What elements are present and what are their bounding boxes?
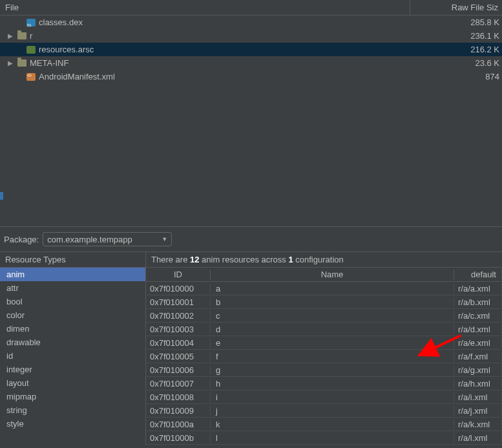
resource-summary: There are 12 anim resources across 1 con… xyxy=(146,252,502,268)
col-name[interactable]: Name xyxy=(211,270,454,279)
cell-name: b xyxy=(211,297,454,307)
resource-row[interactable]: 0x7f01000blr/a/l.xml xyxy=(146,431,502,445)
type-row-color[interactable]: color xyxy=(0,308,145,322)
header-file[interactable]: File xyxy=(0,0,410,15)
cell-id: 0x7f01000b xyxy=(146,433,211,443)
cell-id: 0x7f010004 xyxy=(146,338,211,348)
package-bar: Package: com.example.tempapp ▼ xyxy=(0,227,502,251)
dex-icon xyxy=(26,19,36,27)
resource-row[interactable]: 0x7f010008ir/a/i.xml xyxy=(146,390,502,404)
tree-row[interactable]: ▶META-INF23.6 K xyxy=(0,56,502,70)
resource-row[interactable]: 0x7f010002cr/a/c.xml xyxy=(146,309,502,323)
type-row-string[interactable]: string xyxy=(0,403,145,417)
xml-icon xyxy=(26,73,36,81)
cell-id: 0x7f010000 xyxy=(146,284,211,293)
file-tree-header: File Raw File Siz xyxy=(0,0,502,16)
type-row-attr[interactable]: attr xyxy=(0,281,145,295)
resource-types-header: Resource Types xyxy=(0,252,145,268)
expand-arrow-icon[interactable]: ▶ xyxy=(6,32,14,39)
type-row-layout[interactable]: layout xyxy=(0,376,145,390)
file-tree[interactable]: classes.dex285.8 K▶r236.1 Kresources.ars… xyxy=(0,16,502,226)
tree-row[interactable]: AndroidManifest.xml874 xyxy=(0,70,502,83)
tree-size: 874 xyxy=(412,72,502,81)
cell-default: r/a/a.xml xyxy=(454,284,502,293)
expand-arrow-icon[interactable]: ▶ xyxy=(6,59,14,67)
tree-size: 285.8 K xyxy=(412,17,502,27)
cell-default: r/a/d.xml xyxy=(454,325,502,334)
tree-label: AndroidManifest.xml xyxy=(39,72,412,81)
cell-id: 0x7f010008 xyxy=(146,392,211,402)
cell-name: a xyxy=(211,284,454,293)
cell-id: 0x7f01000a xyxy=(146,420,211,429)
resource-row[interactable]: 0x7f010005fr/a/f.xml xyxy=(146,350,502,363)
tree-row[interactable]: classes.dex285.8 K xyxy=(0,16,502,29)
cell-id: 0x7f010003 xyxy=(146,325,211,334)
cell-id: 0x7f010001 xyxy=(146,297,211,307)
cell-name: g xyxy=(211,365,454,375)
type-row-id[interactable]: id xyxy=(0,349,145,363)
type-row-style[interactable]: style xyxy=(0,417,145,431)
tree-label: r xyxy=(30,31,412,41)
cell-default: r/a/c.xml xyxy=(454,311,502,321)
resource-table-header: ID Name default xyxy=(146,268,502,282)
cell-id: 0x7f010007 xyxy=(146,379,211,389)
chevron-down-icon: ▼ xyxy=(162,236,167,242)
cell-name: h xyxy=(211,379,454,389)
package-select[interactable]: com.example.tempapp ▼ xyxy=(43,232,172,246)
resource-row[interactable]: 0x7f010001br/a/b.xml xyxy=(146,295,502,309)
cell-default: r/a/f.xml xyxy=(454,352,502,361)
resource-types-panel: Resource Types animattrboolcolordimendra… xyxy=(0,252,146,445)
tree-row[interactable]: resources.arsc216.2 K xyxy=(0,43,502,56)
cell-default: r/a/b.xml xyxy=(454,297,502,307)
tree-label: resources.arsc xyxy=(39,45,412,54)
col-id[interactable]: ID xyxy=(146,270,211,279)
cell-default: r/a/i.xml xyxy=(454,392,502,402)
resource-row[interactable]: 0x7f010009jr/a/j.xml xyxy=(146,404,502,418)
cell-name: l xyxy=(211,433,454,443)
arsc-icon xyxy=(26,46,36,54)
type-row-anim[interactable]: anim xyxy=(0,268,145,281)
cell-name: c xyxy=(211,311,454,321)
type-row-integer[interactable]: integer xyxy=(0,363,145,376)
cell-id: 0x7f010002 xyxy=(146,311,211,321)
cell-name: d xyxy=(211,325,454,334)
col-default[interactable]: default xyxy=(454,270,502,279)
type-row-drawable[interactable]: drawable xyxy=(0,336,145,349)
tree-row[interactable]: ▶r236.1 K xyxy=(0,29,502,43)
folder-icon xyxy=(17,59,27,67)
tree-label: META-INF xyxy=(30,58,412,68)
cell-name: i xyxy=(211,392,454,402)
package-label: Package: xyxy=(4,235,39,244)
resource-types-list[interactable]: animattrboolcolordimendrawableidintegerl… xyxy=(0,268,145,431)
resource-row[interactable]: 0x7f010004er/a/e.xml xyxy=(146,336,502,350)
cell-id: 0x7f010006 xyxy=(146,365,211,375)
folder-icon xyxy=(17,32,27,39)
tree-size: 23.6 K xyxy=(412,58,502,68)
cell-id: 0x7f010009 xyxy=(146,406,211,416)
tree-label: classes.dex xyxy=(39,17,412,27)
file-tree-panel: File Raw File Siz classes.dex285.8 K▶r23… xyxy=(0,0,502,226)
cell-name: e xyxy=(211,338,454,348)
package-value: com.example.tempapp xyxy=(47,235,132,244)
cell-name: j xyxy=(211,406,454,416)
resource-panel: Package: com.example.tempapp ▼ Resource … xyxy=(0,226,502,445)
cell-default: r/a/g.xml xyxy=(454,365,502,375)
cell-default: r/a/h.xml xyxy=(454,379,502,389)
type-row-bool[interactable]: bool xyxy=(0,295,145,308)
resource-row[interactable]: 0x7f010003dr/a/d.xml xyxy=(146,323,502,336)
cell-default: r/a/l.xml xyxy=(454,433,502,443)
tree-size: 216.2 K xyxy=(412,45,502,54)
header-rawsize[interactable]: Raw File Siz xyxy=(410,0,502,15)
type-row-dimen[interactable]: dimen xyxy=(0,322,145,336)
resource-row[interactable]: 0x7f01000akr/a/k.xml xyxy=(146,418,502,431)
resource-row[interactable]: 0x7f010007hr/a/h.xml xyxy=(146,377,502,390)
resource-row[interactable]: 0x7f010006gr/a/g.xml xyxy=(146,363,502,377)
cell-default: r/a/k.xml xyxy=(454,420,502,429)
type-row-mipmap[interactable]: mipmap xyxy=(0,390,145,403)
resource-table-panel: There are 12 anim resources across 1 con… xyxy=(146,252,502,445)
resource-row[interactable]: 0x7f010000ar/a/a.xml xyxy=(146,282,502,295)
resource-table-body[interactable]: 0x7f010000ar/a/a.xml0x7f010001br/a/b.xml… xyxy=(146,282,502,445)
cell-name: f xyxy=(211,352,454,361)
cell-default: r/a/e.xml xyxy=(454,338,502,348)
cell-name: k xyxy=(211,420,454,429)
